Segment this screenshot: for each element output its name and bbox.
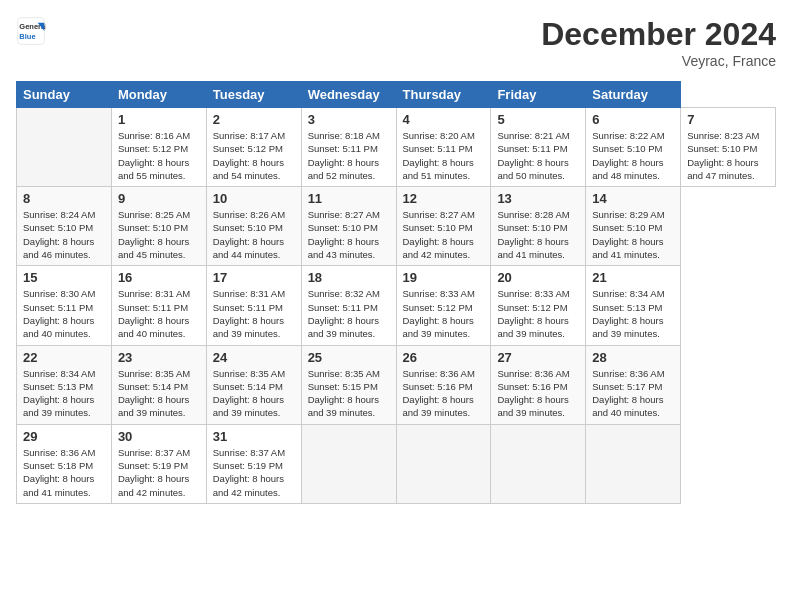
daylight: Daylight: 8 hours and 39 minutes. — [308, 394, 379, 418]
col-friday: Friday — [491, 82, 586, 108]
title-section: December 2024 Veyrac, France — [541, 16, 776, 69]
sunrise: Sunrise: 8:24 AM — [23, 209, 95, 220]
sunrise: Sunrise: 8:17 AM — [213, 130, 285, 141]
sunset: Sunset: 5:10 PM — [592, 222, 662, 233]
calendar-cell: 30 Sunrise: 8:37 AM Sunset: 5:19 PM Dayl… — [111, 424, 206, 503]
day-number: 13 — [497, 191, 579, 206]
sunset: Sunset: 5:11 PM — [308, 143, 378, 154]
calendar-cell: 13 Sunrise: 8:28 AM Sunset: 5:10 PM Dayl… — [491, 187, 586, 266]
day-number: 6 — [592, 112, 674, 127]
day-number: 19 — [403, 270, 485, 285]
daylight: Daylight: 8 hours and 39 minutes. — [213, 394, 284, 418]
day-info: Sunrise: 8:36 AM Sunset: 5:17 PM Dayligh… — [592, 367, 674, 420]
day-info: Sunrise: 8:27 AM Sunset: 5:10 PM Dayligh… — [403, 208, 485, 261]
daylight: Daylight: 8 hours and 39 minutes. — [118, 394, 189, 418]
calendar-page: General Blue December 2024 Veyrac, Franc… — [0, 0, 792, 612]
calendar-cell: 10 Sunrise: 8:26 AM Sunset: 5:10 PM Dayl… — [206, 187, 301, 266]
sunrise: Sunrise: 8:36 AM — [23, 447, 95, 458]
daylight: Daylight: 8 hours and 42 minutes. — [118, 473, 189, 497]
sunrise: Sunrise: 8:37 AM — [213, 447, 285, 458]
sunrise: Sunrise: 8:32 AM — [308, 288, 380, 299]
sunrise: Sunrise: 8:30 AM — [23, 288, 95, 299]
sunset: Sunset: 5:11 PM — [213, 302, 283, 313]
daylight: Daylight: 8 hours and 39 minutes. — [592, 315, 663, 339]
calendar-cell: 24 Sunrise: 8:35 AM Sunset: 5:14 PM Dayl… — [206, 345, 301, 424]
col-tuesday: Tuesday — [206, 82, 301, 108]
sunset: Sunset: 5:11 PM — [118, 302, 188, 313]
day-number: 4 — [403, 112, 485, 127]
daylight: Daylight: 8 hours and 39 minutes. — [497, 394, 568, 418]
calendar-cell: 16 Sunrise: 8:31 AM Sunset: 5:11 PM Dayl… — [111, 266, 206, 345]
sunrise: Sunrise: 8:33 AM — [497, 288, 569, 299]
calendar-cell: 5 Sunrise: 8:21 AM Sunset: 5:11 PM Dayli… — [491, 108, 586, 187]
location: Veyrac, France — [541, 53, 776, 69]
sunset: Sunset: 5:14 PM — [118, 381, 188, 392]
sunset: Sunset: 5:11 PM — [23, 302, 93, 313]
day-number: 16 — [118, 270, 200, 285]
sunrise: Sunrise: 8:22 AM — [592, 130, 664, 141]
calendar-cell — [17, 108, 112, 187]
day-info: Sunrise: 8:27 AM Sunset: 5:10 PM Dayligh… — [308, 208, 390, 261]
calendar-cell: 26 Sunrise: 8:36 AM Sunset: 5:16 PM Dayl… — [396, 345, 491, 424]
sunset: Sunset: 5:10 PM — [497, 222, 567, 233]
sunrise: Sunrise: 8:34 AM — [592, 288, 664, 299]
sunrise: Sunrise: 8:33 AM — [403, 288, 475, 299]
calendar-cell: 2 Sunrise: 8:17 AM Sunset: 5:12 PM Dayli… — [206, 108, 301, 187]
day-number: 24 — [213, 350, 295, 365]
calendar-cell — [586, 424, 681, 503]
calendar-cell: 23 Sunrise: 8:35 AM Sunset: 5:14 PM Dayl… — [111, 345, 206, 424]
daylight: Daylight: 8 hours and 46 minutes. — [23, 236, 94, 260]
sunset: Sunset: 5:12 PM — [118, 143, 188, 154]
day-number: 1 — [118, 112, 200, 127]
daylight: Daylight: 8 hours and 39 minutes. — [497, 315, 568, 339]
sunset: Sunset: 5:14 PM — [213, 381, 283, 392]
calendar-cell: 8 Sunrise: 8:24 AM Sunset: 5:10 PM Dayli… — [17, 187, 112, 266]
sunset: Sunset: 5:19 PM — [213, 460, 283, 471]
calendar-cell: 21 Sunrise: 8:34 AM Sunset: 5:13 PM Dayl… — [586, 266, 681, 345]
day-info: Sunrise: 8:35 AM Sunset: 5:14 PM Dayligh… — [213, 367, 295, 420]
calendar-table: Sunday Monday Tuesday Wednesday Thursday… — [16, 81, 776, 504]
logo: General Blue — [16, 16, 46, 46]
calendar-cell: 31 Sunrise: 8:37 AM Sunset: 5:19 PM Dayl… — [206, 424, 301, 503]
sunrise: Sunrise: 8:25 AM — [118, 209, 190, 220]
daylight: Daylight: 8 hours and 40 minutes. — [118, 315, 189, 339]
calendar-week-5: 29 Sunrise: 8:36 AM Sunset: 5:18 PM Dayl… — [17, 424, 776, 503]
day-number: 9 — [118, 191, 200, 206]
day-info: Sunrise: 8:36 AM Sunset: 5:16 PM Dayligh… — [403, 367, 485, 420]
calendar-cell — [491, 424, 586, 503]
calendar-cell: 14 Sunrise: 8:29 AM Sunset: 5:10 PM Dayl… — [586, 187, 681, 266]
daylight: Daylight: 8 hours and 54 minutes. — [213, 157, 284, 181]
day-number: 17 — [213, 270, 295, 285]
sunset: Sunset: 5:19 PM — [118, 460, 188, 471]
calendar-cell: 7 Sunrise: 8:23 AM Sunset: 5:10 PM Dayli… — [681, 108, 776, 187]
calendar-week-2: 8 Sunrise: 8:24 AM Sunset: 5:10 PM Dayli… — [17, 187, 776, 266]
day-number: 28 — [592, 350, 674, 365]
day-number: 8 — [23, 191, 105, 206]
sunset: Sunset: 5:10 PM — [308, 222, 378, 233]
sunrise: Sunrise: 8:29 AM — [592, 209, 664, 220]
daylight: Daylight: 8 hours and 39 minutes. — [23, 394, 94, 418]
day-info: Sunrise: 8:18 AM Sunset: 5:11 PM Dayligh… — [308, 129, 390, 182]
calendar-cell: 1 Sunrise: 8:16 AM Sunset: 5:12 PM Dayli… — [111, 108, 206, 187]
daylight: Daylight: 8 hours and 39 minutes. — [213, 315, 284, 339]
month-title: December 2024 — [541, 16, 776, 53]
sunrise: Sunrise: 8:28 AM — [497, 209, 569, 220]
sunset: Sunset: 5:17 PM — [592, 381, 662, 392]
header-row: Sunday Monday Tuesday Wednesday Thursday… — [17, 82, 776, 108]
daylight: Daylight: 8 hours and 39 minutes. — [403, 394, 474, 418]
col-monday: Monday — [111, 82, 206, 108]
daylight: Daylight: 8 hours and 51 minutes. — [403, 157, 474, 181]
sunrise: Sunrise: 8:36 AM — [497, 368, 569, 379]
day-number: 12 — [403, 191, 485, 206]
day-info: Sunrise: 8:33 AM Sunset: 5:12 PM Dayligh… — [497, 287, 579, 340]
calendar-cell: 20 Sunrise: 8:33 AM Sunset: 5:12 PM Dayl… — [491, 266, 586, 345]
day-number: 5 — [497, 112, 579, 127]
sunset: Sunset: 5:10 PM — [403, 222, 473, 233]
day-info: Sunrise: 8:23 AM Sunset: 5:10 PM Dayligh… — [687, 129, 769, 182]
sunset: Sunset: 5:16 PM — [403, 381, 473, 392]
day-number: 30 — [118, 429, 200, 444]
day-info: Sunrise: 8:26 AM Sunset: 5:10 PM Dayligh… — [213, 208, 295, 261]
sunrise: Sunrise: 8:31 AM — [118, 288, 190, 299]
sunset: Sunset: 5:10 PM — [213, 222, 283, 233]
day-number: 29 — [23, 429, 105, 444]
